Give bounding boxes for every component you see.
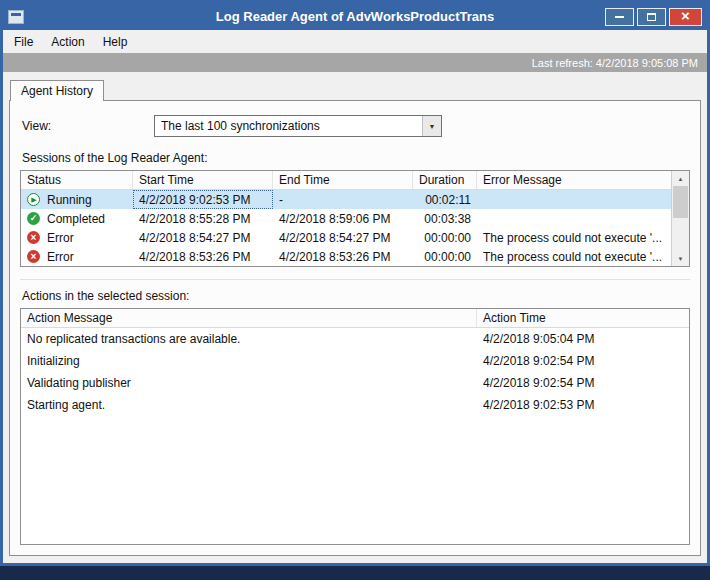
column-header-start-time[interactable]: Start Time xyxy=(133,171,273,189)
minimize-icon xyxy=(615,16,624,18)
session-status-text: Error xyxy=(47,250,74,264)
action-message-cell: Starting agent. xyxy=(21,394,477,416)
tab-agent-history[interactable]: Agent History xyxy=(10,80,104,101)
session-status-text: Completed xyxy=(47,212,105,226)
column-header-duration[interactable]: Duration xyxy=(413,171,477,189)
client-area: Agent History View: The last 100 synchro… xyxy=(3,72,707,563)
column-header-status[interactable]: Status xyxy=(21,171,133,189)
session-start-cell: 4/2/2018 9:02:53 PM xyxy=(133,190,273,209)
last-refresh-text: Last refresh: 4/2/2018 9:05:08 PM xyxy=(532,57,698,69)
window-controls: × xyxy=(605,8,702,26)
session-end-cell: 4/2/2018 8:54:27 PM xyxy=(273,228,413,247)
action-message-cell: No replicated transactions are available… xyxy=(21,328,477,350)
session-status-text: Running xyxy=(47,193,92,207)
view-dropdown[interactable]: The last 100 synchronizations ▼ xyxy=(154,115,442,137)
view-label: View: xyxy=(22,119,154,133)
session-error-cell xyxy=(477,190,671,209)
menu-action[interactable]: Action xyxy=(42,30,93,53)
actions-empty-area xyxy=(21,416,689,544)
session-status-text: Error xyxy=(47,231,74,245)
session-end-cell: 4/2/2018 8:53:26 PM xyxy=(273,247,413,266)
sessions-header-row: Status Start Time End Time Duration Erro… xyxy=(21,171,671,190)
session-start-cell: 4/2/2018 8:54:27 PM xyxy=(133,228,273,247)
scroll-up-icon[interactable]: ▲ xyxy=(672,171,689,186)
sessions-grid: Status Start Time End Time Duration Erro… xyxy=(21,171,671,266)
menu-help[interactable]: Help xyxy=(94,30,137,53)
action-time-cell: 4/2/2018 9:02:54 PM xyxy=(477,350,689,372)
session-status-cell: × Error xyxy=(21,228,133,247)
sessions-table: Status Start Time End Time Duration Erro… xyxy=(20,170,690,267)
actions-label: Actions in the selected session: xyxy=(22,289,690,303)
column-header-action-time[interactable]: Action Time xyxy=(477,309,689,327)
log-reader-agent-window: Log Reader Agent of AdvWorksProductTrans… xyxy=(0,0,710,566)
scrollbar-thumb[interactable] xyxy=(673,186,688,218)
session-duration-cell: 00:00:00 xyxy=(413,228,477,247)
view-row: View: The last 100 synchronizations ▼ xyxy=(22,115,690,137)
error-icon: × xyxy=(27,231,40,244)
session-status-cell: ▶ Running xyxy=(21,190,133,209)
title-bar[interactable]: Log Reader Agent of AdvWorksProductTrans… xyxy=(3,3,707,30)
session-duration-cell: 00:02:11 xyxy=(413,190,477,209)
session-start-cell: 4/2/2018 8:55:28 PM xyxy=(133,209,273,228)
action-message-cell: Initializing xyxy=(21,350,477,372)
window-title: Log Reader Agent of AdvWorksProductTrans xyxy=(216,9,494,24)
session-row[interactable]: × Error 4/2/2018 8:54:27 PM 4/2/2018 8:5… xyxy=(21,228,671,247)
maximize-icon xyxy=(647,13,656,21)
maximize-button[interactable] xyxy=(637,8,666,26)
view-dropdown-value: The last 100 synchronizations xyxy=(155,116,422,136)
desktop-background: Log Reader Agent of AdvWorksProductTrans… xyxy=(0,0,710,580)
column-header-action-message[interactable]: Action Message xyxy=(21,309,477,327)
refresh-bar: Last refresh: 4/2/2018 9:05:08 PM xyxy=(3,53,707,72)
scroll-down-icon[interactable]: ▼ xyxy=(672,251,689,266)
session-status-cell: ✓ Completed xyxy=(21,209,133,228)
chevron-down-icon[interactable]: ▼ xyxy=(422,116,441,136)
action-row[interactable]: Initializing 4/2/2018 9:02:54 PM xyxy=(21,350,689,372)
menu-file[interactable]: File xyxy=(5,30,42,53)
scrollbar-track[interactable] xyxy=(672,186,689,251)
session-error-cell xyxy=(477,209,671,228)
menu-bar: File Action Help xyxy=(3,30,707,53)
session-status-cell: × Error xyxy=(21,247,133,266)
session-start-cell: 4/2/2018 8:53:26 PM xyxy=(133,247,273,266)
session-error-cell: The process could not execute '... xyxy=(477,228,671,247)
action-time-cell: 4/2/2018 9:02:54 PM xyxy=(477,372,689,394)
session-error-cell: The process could not execute '... xyxy=(477,247,671,266)
action-row[interactable]: Starting agent. 4/2/2018 9:02:53 PM xyxy=(21,394,689,416)
session-duration-cell: 00:03:38 xyxy=(413,209,477,228)
section-divider xyxy=(20,279,690,280)
action-message-cell: Validating publisher xyxy=(21,372,477,394)
column-header-error-message[interactable]: Error Message xyxy=(477,171,671,189)
session-row[interactable]: ✓ Completed 4/2/2018 8:55:28 PM 4/2/2018… xyxy=(21,209,671,228)
app-icon[interactable] xyxy=(8,10,24,24)
sessions-label: Sessions of the Log Reader Agent: xyxy=(22,151,690,165)
session-row[interactable]: ▶ Running 4/2/2018 9:02:53 PM - 00:02:11 xyxy=(21,190,671,209)
actions-table: Action Message Action Time No replicated… xyxy=(20,308,690,545)
actions-header-row: Action Message Action Time xyxy=(21,309,689,328)
running-icon: ▶ xyxy=(27,193,40,206)
session-end-cell: 4/2/2018 8:59:06 PM xyxy=(273,209,413,228)
sessions-scrollbar[interactable]: ▲ ▼ xyxy=(671,171,689,266)
action-row[interactable]: Validating publisher 4/2/2018 9:02:54 PM xyxy=(21,372,689,394)
completed-icon: ✓ xyxy=(27,212,40,225)
error-icon: × xyxy=(27,250,40,263)
minimize-button[interactable] xyxy=(605,8,634,26)
close-button[interactable]: × xyxy=(669,8,702,26)
agent-history-panel: View: The last 100 synchronizations ▼ Se… xyxy=(9,100,701,556)
column-header-end-time[interactable]: End Time xyxy=(273,171,413,189)
action-row[interactable]: No replicated transactions are available… xyxy=(21,328,689,350)
session-row[interactable]: × Error 4/2/2018 8:53:26 PM 4/2/2018 8:5… xyxy=(21,247,671,266)
session-duration-cell: 00:00:00 xyxy=(413,247,477,266)
action-time-cell: 4/2/2018 9:05:04 PM xyxy=(477,328,689,350)
action-time-cell: 4/2/2018 9:02:53 PM xyxy=(477,394,689,416)
close-icon: × xyxy=(681,8,690,23)
session-end-cell: - xyxy=(273,190,413,209)
tab-strip: Agent History xyxy=(9,79,701,100)
